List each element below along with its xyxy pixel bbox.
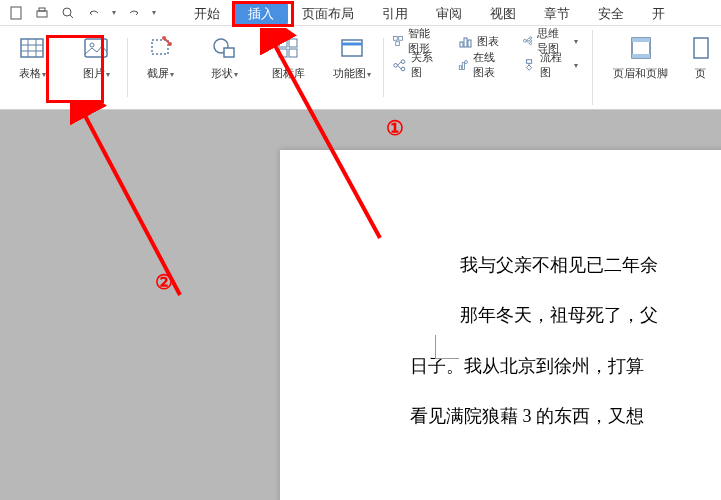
header-footer-icon bbox=[627, 34, 655, 62]
tab-security[interactable]: 安全 bbox=[584, 2, 638, 26]
document-canvas[interactable]: 我与父亲不相见已二年余 那年冬天，祖母死了，父 日子。我从北京到徐州，打算 看见… bbox=[0, 110, 721, 500]
page-button[interactable]: 页 bbox=[689, 32, 713, 83]
svg-rect-44 bbox=[526, 60, 531, 64]
svg-point-38 bbox=[529, 37, 531, 39]
svg-rect-1 bbox=[37, 11, 47, 17]
screenshot-label: 截屏 bbox=[147, 67, 169, 79]
svg-point-39 bbox=[529, 40, 531, 42]
function-chart-icon bbox=[338, 34, 366, 62]
svg-rect-23 bbox=[393, 36, 397, 40]
chart-icon bbox=[457, 33, 473, 49]
function-chart-button[interactable]: 功能图▾ bbox=[328, 32, 376, 83]
doc-line-1: 我与父亲不相见已二年余 bbox=[460, 240, 721, 290]
tab-insert[interactable]: 插入 bbox=[234, 2, 288, 26]
svg-rect-48 bbox=[632, 54, 650, 58]
document-page[interactable]: 我与父亲不相见已二年余 那年冬天，祖母死了，父 日子。我从北京到徐州，打算 看见… bbox=[280, 150, 721, 500]
svg-rect-5 bbox=[21, 39, 43, 57]
svg-point-13 bbox=[162, 36, 166, 40]
ribbon-tabs: 开始 插入 页面布局 引用 审阅 视图 章节 安全 开 bbox=[180, 2, 679, 26]
svg-point-40 bbox=[529, 43, 531, 45]
svg-rect-31 bbox=[460, 42, 463, 47]
svg-point-37 bbox=[523, 40, 526, 43]
flowchart-icon bbox=[522, 57, 536, 73]
svg-rect-24 bbox=[399, 36, 403, 40]
svg-rect-34 bbox=[459, 66, 461, 70]
relation-label: 关系图 bbox=[411, 50, 441, 80]
function-chart-label: 功能图 bbox=[333, 67, 366, 79]
mindmap-button[interactable]: 思维导图▾ bbox=[518, 30, 582, 52]
new-doc-icon[interactable] bbox=[8, 5, 24, 21]
table-icon bbox=[18, 34, 46, 62]
undo-icon[interactable] bbox=[86, 5, 102, 21]
svg-rect-47 bbox=[632, 38, 650, 42]
relation-button[interactable]: 关系图 bbox=[388, 54, 445, 76]
svg-line-43 bbox=[526, 41, 529, 44]
svg-point-3 bbox=[63, 8, 71, 16]
shapes-icon bbox=[210, 34, 238, 62]
flowchart-button[interactable]: 流程图▾ bbox=[518, 54, 582, 76]
relation-icon bbox=[392, 57, 407, 73]
redo-icon[interactable] bbox=[126, 5, 142, 21]
smart-art-icon bbox=[392, 33, 404, 49]
picture-label: 图片 bbox=[83, 67, 105, 79]
icon-library-button[interactable]: 图标库 bbox=[264, 32, 312, 83]
tab-review[interactable]: 审阅 bbox=[422, 2, 476, 26]
svg-point-14 bbox=[168, 42, 172, 46]
table-label: 表格 bbox=[19, 67, 41, 79]
online-chart-icon bbox=[457, 57, 469, 73]
svg-line-29 bbox=[398, 61, 402, 65]
quick-access-toolbar: ▾ ▾ 开始 插入 页面布局 引用 审阅 视图 章节 安全 开 bbox=[0, 0, 721, 26]
tab-chapter[interactable]: 章节 bbox=[530, 2, 584, 26]
shapes-button[interactable]: 形状▾ bbox=[200, 32, 248, 83]
tab-page-layout[interactable]: 页面布局 bbox=[288, 2, 368, 26]
svg-point-28 bbox=[401, 67, 405, 71]
svg-point-27 bbox=[401, 59, 405, 63]
chart-button[interactable]: 图表 bbox=[453, 30, 510, 52]
svg-point-26 bbox=[394, 63, 398, 67]
preview-icon[interactable] bbox=[60, 5, 76, 21]
svg-rect-20 bbox=[289, 49, 297, 57]
doc-line-2: 那年冬天，祖母死了，父 bbox=[460, 290, 721, 340]
print-icon[interactable] bbox=[34, 5, 50, 21]
svg-rect-32 bbox=[464, 38, 467, 47]
screenshot-icon bbox=[146, 34, 174, 62]
online-chart-label: 在线图表 bbox=[473, 50, 506, 80]
svg-rect-19 bbox=[279, 49, 287, 57]
tab-references[interactable]: 引用 bbox=[368, 2, 422, 26]
online-chart-button[interactable]: 在线图表 bbox=[453, 54, 510, 76]
doc-line-4: 看见满院狼藉 3 的东西，又想 bbox=[410, 391, 721, 441]
table-button[interactable]: 表格▾ bbox=[8, 32, 56, 83]
svg-rect-25 bbox=[396, 42, 400, 46]
icon-library-label: 图标库 bbox=[272, 66, 305, 81]
svg-rect-12 bbox=[152, 40, 168, 54]
flowchart-label: 流程图 bbox=[540, 50, 569, 80]
cursor-indicator bbox=[435, 335, 459, 359]
tab-view[interactable]: 视图 bbox=[476, 2, 530, 26]
svg-line-4 bbox=[70, 15, 73, 18]
page-label: 页 bbox=[695, 66, 706, 81]
shapes-label: 形状 bbox=[211, 67, 233, 79]
mindmap-icon bbox=[522, 33, 533, 49]
picture-icon bbox=[82, 34, 110, 62]
svg-point-36 bbox=[464, 60, 467, 63]
ribbon-insert: 表格▾ 图片▾ 截屏▾ 形状▾ bbox=[0, 26, 721, 110]
picture-button[interactable]: 图片▾ bbox=[72, 32, 120, 83]
svg-line-41 bbox=[526, 38, 529, 41]
tab-more[interactable]: 开 bbox=[638, 2, 679, 26]
screenshot-button[interactable]: 截屏▾ bbox=[136, 32, 184, 83]
svg-rect-2 bbox=[39, 8, 45, 11]
svg-line-30 bbox=[398, 65, 402, 69]
tab-start[interactable]: 开始 bbox=[180, 2, 234, 26]
svg-rect-49 bbox=[694, 38, 708, 58]
svg-rect-16 bbox=[224, 48, 234, 57]
svg-rect-17 bbox=[279, 39, 287, 47]
icon-library-icon bbox=[274, 34, 302, 62]
svg-rect-35 bbox=[462, 63, 464, 70]
page-icon bbox=[687, 34, 715, 62]
document-text: 我与父亲不相见已二年余 那年冬天，祖母死了，父 日子。我从北京到徐州，打算 看见… bbox=[460, 240, 721, 442]
header-footer-label: 页眉和页脚 bbox=[613, 66, 668, 81]
svg-rect-0 bbox=[11, 7, 21, 19]
header-footer-button[interactable]: 页眉和页脚 bbox=[609, 32, 673, 83]
svg-point-11 bbox=[90, 43, 94, 47]
smart-art-button[interactable]: 智能图形 bbox=[388, 30, 445, 52]
